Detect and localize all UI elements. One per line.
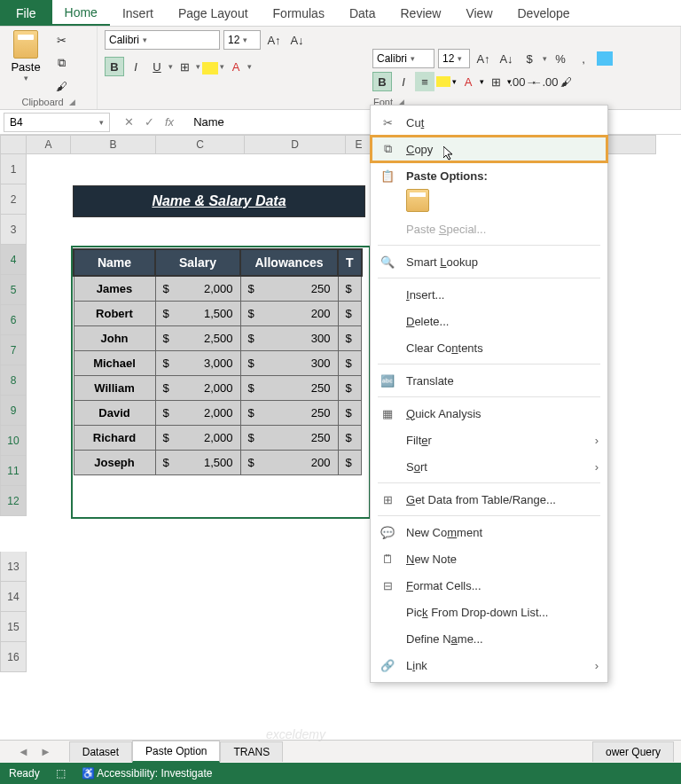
allowance-cell[interactable]: $200	[240, 451, 338, 475]
tab-review[interactable]: Review	[388, 0, 454, 26]
mini-align[interactable]: ≡	[415, 72, 434, 91]
mini-fill[interactable]	[436, 76, 450, 87]
total-cell[interactable]: $	[338, 376, 362, 401]
ctx-format-cells[interactable]: ⊟Format Cells...	[371, 572, 607, 599]
row-header[interactable]: 9	[0, 396, 27, 426]
salary-cell[interactable]: $2,500	[155, 326, 240, 351]
total-cell[interactable]: $	[338, 302, 362, 326]
comma-icon[interactable]: ,	[574, 49, 593, 68]
sheet-tab-power-query[interactable]: ower Query	[592, 741, 674, 762]
row-header[interactable]: 14	[0, 582, 27, 612]
total-cell[interactable]: $	[338, 276, 362, 302]
ctx-delete[interactable]: Delete...	[371, 308, 607, 334]
row-header[interactable]: 13	[0, 552, 27, 582]
format-painter-icon[interactable]: 🖌	[51, 76, 71, 96]
ctx-define-name[interactable]: Define Name...	[371, 625, 607, 652]
select-all-corner[interactable]	[0, 135, 27, 154]
column-header[interactable]: C	[156, 135, 245, 154]
table-header-cell[interactable]: Salary	[155, 249, 240, 276]
border-button[interactable]: ⊞	[175, 57, 194, 76]
row-header[interactable]: 16	[0, 642, 27, 672]
name-cell[interactable]: Richard	[74, 426, 155, 451]
ctx-get-data[interactable]: ⊞Get Data from Table/Range...	[371, 486, 607, 513]
copy-icon[interactable]: ⧉	[51, 53, 71, 73]
ctx-translate[interactable]: 🔤Translate	[371, 367, 607, 394]
mini-border[interactable]: ⊞	[486, 72, 505, 91]
format-painter-icon[interactable]: 🖌	[556, 72, 575, 91]
mini-font-color[interactable]: A	[458, 72, 478, 91]
enter-icon[interactable]: ✓	[145, 115, 154, 129]
allowance-cell[interactable]: $300	[240, 326, 338, 351]
name-cell[interactable]: William	[74, 376, 155, 401]
total-cell[interactable]: $	[338, 326, 362, 351]
row-header[interactable]: 5	[0, 275, 27, 305]
font-size-combo[interactable]: 12	[223, 30, 261, 50]
allowance-cell[interactable]: $250	[240, 376, 338, 401]
tab-page-layout[interactable]: Page Layout	[166, 0, 261, 26]
table-header-cell[interactable]: Name	[74, 249, 155, 276]
tab-developer[interactable]: Develope	[505, 0, 583, 26]
tab-data[interactable]: Data	[337, 0, 388, 26]
tab-home[interactable]: Home	[52, 0, 110, 26]
ctx-new-note[interactable]: 🗒New Note	[371, 545, 607, 572]
italic-button[interactable]: I	[126, 57, 145, 76]
mini-italic[interactable]: I	[394, 72, 413, 91]
allowance-cell[interactable]: $250	[240, 426, 338, 451]
increase-font-icon[interactable]: A↑	[474, 49, 493, 68]
salary-cell[interactable]: $2,000	[155, 276, 240, 302]
cut-icon[interactable]: ✂	[51, 30, 71, 50]
ctx-insert[interactable]: Insert...	[371, 281, 607, 308]
column-header[interactable]: B	[71, 135, 156, 154]
decrease-decimal-icon[interactable]: ←.00	[535, 72, 554, 91]
total-cell[interactable]: $	[338, 351, 362, 376]
mini-font-name[interactable]: Calibri	[372, 49, 434, 68]
underline-button[interactable]: U	[147, 57, 167, 76]
total-cell[interactable]: $	[338, 401, 362, 426]
ctx-sort[interactable]: Sort›	[371, 453, 607, 480]
sheet-tab-trans[interactable]: TRANS	[220, 741, 283, 762]
increase-font-icon[interactable]: A↑	[264, 30, 284, 50]
ctx-smart-lookup[interactable]: 🔍Smart Lookup	[371, 248, 607, 275]
fx-icon[interactable]: fx	[165, 115, 174, 129]
ctx-filter[interactable]: Filter›	[371, 427, 607, 453]
accessibility-status[interactable]: ♿ Accessibility: Investigate	[82, 767, 213, 780]
mini-font-size[interactable]: 12	[438, 49, 470, 68]
allowance-cell[interactable]: $200	[240, 302, 338, 326]
salary-cell[interactable]: $2,000	[155, 401, 240, 426]
row-header[interactable]: 12	[0, 486, 27, 516]
prev-sheet-icon[interactable]: ◄	[18, 745, 29, 758]
row-header[interactable]: 2	[0, 184, 27, 215]
allowance-cell[interactable]: $250	[240, 401, 338, 426]
bold-button[interactable]: B	[105, 57, 124, 76]
table-header-cell[interactable]: Allowances	[240, 249, 338, 276]
ctx-link[interactable]: 🔗Link›	[371, 652, 607, 678]
row-header[interactable]: 6	[0, 305, 27, 335]
row-header[interactable]: 4	[0, 245, 27, 275]
paste-option-default[interactable]	[406, 189, 429, 212]
total-cell[interactable]: $	[338, 451, 362, 475]
sheet-tab-dataset[interactable]: Dataset	[69, 741, 132, 762]
allowance-cell[interactable]: $250	[240, 276, 338, 302]
dialog-launcher-icon[interactable]: ◢	[69, 98, 75, 106]
font-name-combo[interactable]: Calibri	[105, 30, 220, 50]
row-header[interactable]: 3	[0, 215, 27, 245]
ctx-cut[interactable]: ✂Cut	[371, 109, 607, 136]
ctx-paste-special[interactable]: Paste Special...	[371, 216, 607, 242]
name-cell[interactable]: Robert	[74, 302, 155, 326]
name-cell[interactable]: John	[74, 326, 155, 351]
conditional-format-icon[interactable]	[597, 51, 613, 66]
fill-color-button[interactable]	[202, 62, 218, 74]
column-header[interactable]: E	[346, 135, 372, 154]
font-color-button[interactable]: A	[226, 57, 246, 76]
salary-cell[interactable]: $1,500	[155, 451, 240, 475]
decrease-font-icon[interactable]: A↓	[287, 30, 307, 50]
row-header[interactable]: 7	[0, 335, 27, 365]
row-header[interactable]: 15	[0, 612, 27, 642]
salary-cell[interactable]: $3,000	[155, 351, 240, 376]
total-cell[interactable]: $	[338, 426, 362, 451]
tab-view[interactable]: View	[453, 0, 505, 26]
decrease-font-icon[interactable]: A↓	[497, 49, 516, 68]
salary-cell[interactable]: $2,000	[155, 426, 240, 451]
ctx-copy[interactable]: ⧉Copy	[371, 136, 607, 162]
cancel-icon[interactable]: ✕	[124, 115, 134, 129]
